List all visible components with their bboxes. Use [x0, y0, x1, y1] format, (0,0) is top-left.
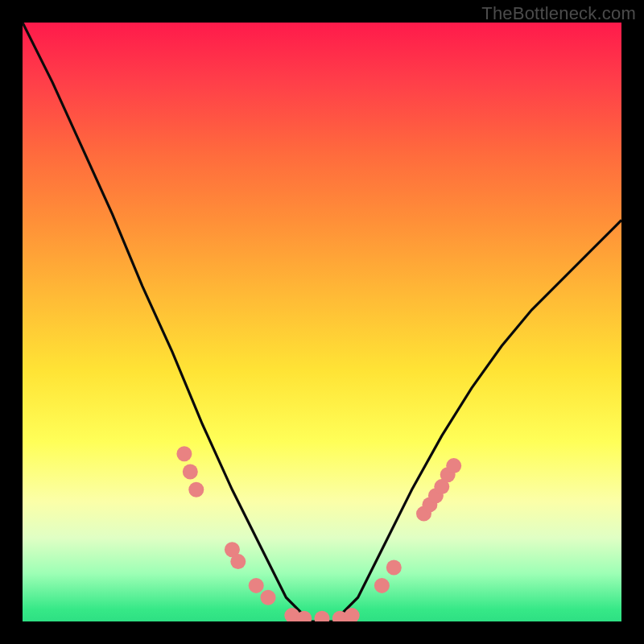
plot-area [23, 23, 621, 621]
data-marker [374, 578, 390, 593]
data-marker [261, 590, 276, 605]
data-marker [230, 554, 246, 569]
watermark-text: TheBottleneck.com [481, 3, 636, 24]
data-marker [315, 611, 330, 621]
outer-frame: TheBottleneck.com [0, 0, 644, 644]
data-marker [188, 482, 204, 497]
marker-group [176, 446, 461, 621]
data-marker [176, 446, 192, 461]
data-marker [183, 464, 198, 480]
bottleneck-curve [23, 23, 621, 621]
data-marker [446, 458, 461, 473]
chart-svg [23, 23, 621, 621]
data-marker [386, 560, 402, 576]
curve-group [23, 23, 621, 621]
data-marker [249, 578, 264, 593]
